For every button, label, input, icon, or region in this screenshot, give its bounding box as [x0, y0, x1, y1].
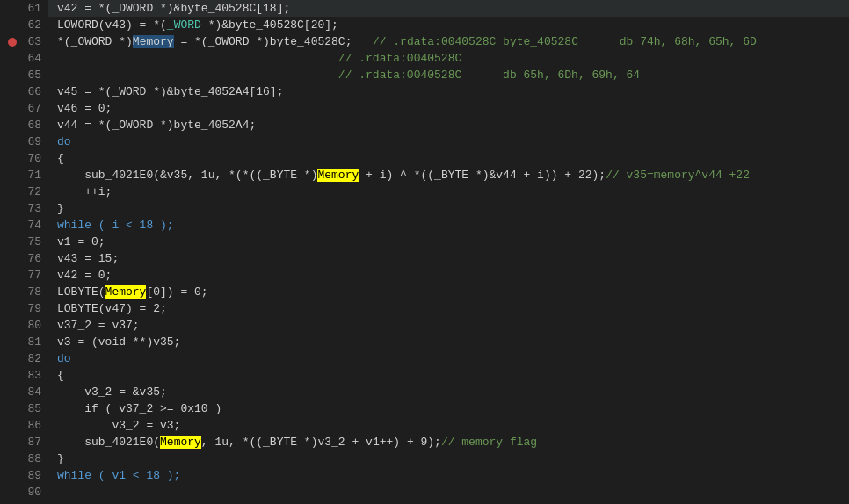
line-gutter: 62 [0, 17, 48, 33]
code-segment: v1 = 0; [57, 235, 105, 248]
line-content: LOBYTE(v47) = 2; [48, 300, 849, 317]
code-segment: = *(_OWORD *)byte_40528C; [174, 35, 352, 48]
code-segment: ++i; [57, 185, 112, 198]
line-content: sub_4021E0(Memory, 1u, *((_BYTE *)v3_2 +… [48, 434, 849, 450]
code-segment: + i) ^ *((_BYTE *)&v44 + i)) + 22); [359, 169, 606, 182]
line-gutter: 64 [0, 50, 48, 67]
code-editor: 61v42 = *(_DWORD *)&byte_40528C[18];62LO… [0, 0, 849, 504]
line-content: v42 = 0; [48, 267, 849, 284]
code-segment: while ( v1 < 18 ); [57, 469, 180, 482]
code-line: 62LOWORD(v43) = *(_WORD *)&byte_40528C[2… [0, 17, 849, 33]
line-gutter: 66 [0, 83, 48, 100]
code-segment: // .rdata:0040528C [57, 52, 461, 65]
code-segment: while ( i < 18 ); [57, 219, 174, 232]
line-gutter: 77 [0, 267, 48, 284]
code-segment: v46 = 0; [57, 102, 112, 115]
line-number: 73 [19, 200, 41, 217]
code-line: 66v45 = *(_WORD *)&byte_4052A4[16]; [0, 83, 849, 100]
code-segment: Memory [160, 436, 201, 449]
code-segment: } [57, 202, 64, 215]
line-gutter: 78 [0, 284, 48, 300]
line-number: 63 [19, 33, 41, 50]
line-number: 86 [19, 417, 41, 434]
line-content: v45 = *(_WORD *)&byte_4052A4[16]; [48, 83, 849, 100]
code-segment: if ( v37_2 >= 0x10 ) [57, 402, 221, 415]
line-content: v3 = (void **)v35; [48, 334, 849, 350]
code-line: 83{ [0, 367, 849, 384]
code-line: 85 if ( v37_2 >= 0x10 ) [0, 400, 849, 417]
code-segment: Memory [317, 169, 359, 182]
line-number: 64 [19, 50, 41, 67]
line-content: LOBYTE(Memory[0]) = 0; [48, 284, 849, 300]
line-content: sub_4021E0(&v35, 1u, *(*((_BYTE *)Memory… [48, 167, 849, 184]
code-segment: v42 = *(_DWORD *)&byte_40528C[18]; [57, 2, 290, 15]
line-number: 71 [19, 167, 41, 184]
line-number: 65 [19, 67, 41, 83]
line-number: 90 [19, 484, 41, 500]
code-segment: v45 = *(_WORD *)&byte_4052A4[16]; [57, 85, 283, 98]
line-content: v3_2 = &v35; [48, 384, 849, 400]
line-number: 70 [19, 150, 41, 167]
line-number: 80 [19, 317, 41, 334]
code-segment: // v35=memory^v44 +22 [606, 169, 750, 182]
line-number: 81 [19, 334, 41, 350]
breakpoint-dot[interactable] [8, 38, 17, 47]
line-gutter: 63 [0, 33, 48, 50]
code-segment: , 1u, *((_BYTE *)v3_2 + v1++) + 9); [201, 436, 441, 449]
code-line: 81v3 = (void **)v35; [0, 334, 849, 350]
code-segment: [0]) = 0; [146, 285, 207, 299]
line-gutter: 81 [0, 334, 48, 350]
line-number: 84 [19, 384, 41, 400]
line-gutter: 67 [0, 100, 48, 117]
line-number: 61 [19, 0, 41, 17]
line-content: v1 = 0; [48, 234, 849, 250]
line-gutter: 72 [0, 184, 48, 200]
code-line: 71 sub_4021E0(&v35, 1u, *(*((_BYTE *)Mem… [0, 167, 849, 184]
line-number: 72 [19, 184, 41, 200]
line-number: 83 [19, 367, 41, 384]
code-segment: v42 = 0; [57, 269, 112, 282]
line-number: 66 [19, 83, 41, 100]
line-gutter: 76 [0, 250, 48, 267]
line-gutter: 83 [0, 367, 48, 384]
line-gutter: 90 [0, 484, 48, 500]
code-segment: // .rdata:0040528C byte_40528C db 74h, 6… [352, 35, 756, 48]
code-line: 68v44 = *(_OWORD *)byte_4052A4; [0, 117, 849, 133]
line-content: if ( v37_2 >= 0x10 ) [48, 400, 849, 417]
line-number: 76 [19, 250, 41, 267]
line-content: v46 = 0; [48, 100, 849, 117]
code-segment: Memory [105, 285, 147, 299]
line-number: 87 [19, 434, 41, 450]
line-number: 68 [19, 117, 41, 133]
code-segment: do [57, 135, 71, 148]
line-gutter: 75 [0, 234, 48, 250]
line-gutter: 69 [0, 133, 48, 150]
code-segment: v3_2 = &v35; [57, 385, 167, 399]
line-gutter: 71 [0, 167, 48, 184]
line-content: } [48, 450, 849, 467]
code-segment: Memory [133, 35, 174, 48]
line-content: v44 = *(_OWORD *)byte_4052A4; [48, 117, 849, 133]
code-line: 67v46 = 0; [0, 100, 849, 117]
line-content: // .rdata:0040528C db 65h, 6Dh, 69h, 64 [48, 67, 849, 83]
line-number: 75 [19, 234, 41, 250]
line-content: v42 = *(_DWORD *)&byte_40528C[18]; [48, 0, 849, 17]
line-number: 67 [19, 100, 41, 117]
line-content: ++i; [48, 184, 849, 200]
line-number: 74 [19, 217, 41, 234]
code-line: 88} [0, 450, 849, 467]
code-line: 86 v3_2 = v3; [0, 417, 849, 434]
code-segment: { [57, 369, 64, 382]
code-segment: sub_4021E0(&v35, 1u, *(*((_BYTE *) [57, 169, 317, 182]
line-content: do [48, 350, 849, 367]
line-gutter: 89 [0, 467, 48, 484]
code-line: 80v37_2 = v37; [0, 317, 849, 334]
code-segment: _WORD [167, 18, 201, 32]
code-segment: // .rdata:0040528C db 65h, 6Dh, 69h, 64 [57, 68, 640, 82]
line-gutter: 65 [0, 67, 48, 83]
code-segment: v3_2 = v3; [57, 419, 180, 432]
code-segment: v37_2 = v37; [57, 319, 140, 332]
line-number: 82 [19, 350, 41, 367]
code-segment: { [57, 152, 64, 165]
code-segment: // memory flag [441, 436, 537, 449]
